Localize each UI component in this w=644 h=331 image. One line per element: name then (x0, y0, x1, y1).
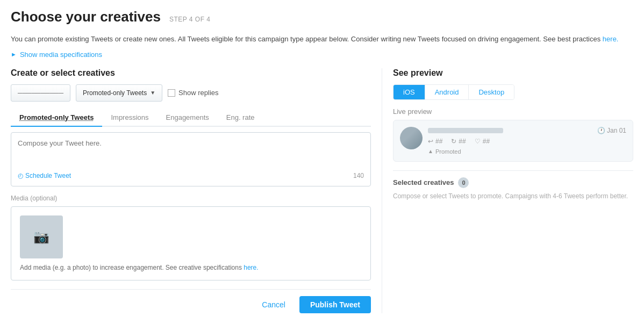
right-panel: See preview iOS Android Desktop Live pre… (382, 68, 633, 313)
tweet-like-action: ♡ ## (475, 138, 490, 145)
account-select-button[interactable]: ────────── (11, 84, 70, 102)
promoted-tag: ▲ Promoted (428, 148, 626, 155)
selected-creatives-row: Selected creatives 0 (393, 170, 633, 188)
heart-icon: ♡ (475, 138, 481, 145)
tab-eng-rate[interactable]: Eng. rate (218, 109, 263, 127)
tab-engagements[interactable]: Engagements (158, 109, 218, 127)
create-tweet-panel: ◴ Schedule Tweet 140 (11, 132, 371, 186)
chevron-right-icon: ► (11, 51, 17, 57)
tweet-header: 🕐 Jan 01 (428, 127, 626, 134)
tweet-username-bar (428, 128, 503, 133)
media-description: Add media (e.g. a photo) to increase eng… (20, 264, 362, 271)
left-panel: Create or select creatives ────────── Pr… (11, 68, 382, 313)
action-buttons-row: Cancel Publish Tweet (11, 289, 371, 313)
cancel-button[interactable]: Cancel (253, 296, 294, 313)
media-section: Media (optional) 📷 Add media (e.g. a pho… (11, 194, 371, 280)
preview-tab-ios[interactable]: iOS (393, 85, 425, 99)
page-title: Choose your creatives (11, 9, 161, 25)
tweet-compose-footer: ◴ Schedule Tweet 140 (18, 172, 364, 179)
show-replies-checkbox[interactable] (168, 89, 175, 97)
selected-count-badge: 0 (458, 177, 469, 188)
tweet-compose-textarea[interactable] (18, 139, 364, 166)
tweet-preview-card: 🕐 Jan 01 ↩ ## ↻ ## (393, 120, 633, 162)
step-indicator: STEP 4 OF 4 (169, 16, 211, 23)
retweet-icon: ↻ (451, 138, 456, 145)
best-practices-link[interactable]: here. (603, 35, 619, 43)
char-count: 140 (353, 172, 364, 179)
preview-tabs: iOS Android Desktop (393, 84, 514, 100)
page-wrapper: Choose your creatives STEP 4 OF 4 You ca… (0, 0, 644, 322)
promoted-tweets-dropdown[interactable]: Promoted-only Tweets ▼ (76, 84, 162, 102)
tweet-body: 🕐 Jan 01 ↩ ## ↻ ## (428, 127, 626, 155)
media-label: Media (optional) (11, 194, 371, 202)
tweet-reply-action: ↩ ## (428, 138, 442, 145)
tweet-retweet-action: ↻ ## (451, 138, 466, 145)
left-section-title: Create or select creatives (11, 68, 371, 78)
preview-title: See preview (393, 68, 633, 78)
main-columns: Create or select creatives ────────── Pr… (11, 68, 633, 313)
live-preview-label: Live preview (393, 107, 633, 116)
tab-promoted-tweets[interactable]: Promoted-only Tweets (11, 109, 102, 127)
avatar-image (400, 127, 423, 149)
preview-tab-android[interactable]: Android (425, 85, 469, 99)
clock-icon: ◴ (18, 172, 23, 179)
description-text: You can promote existing Tweets or creat… (11, 34, 633, 45)
media-placeholder[interactable]: 📷 (20, 215, 63, 258)
page-title-row: Choose your creatives STEP 4 OF 4 (11, 9, 633, 25)
selected-hint: Compose or select Tweets to promote. Cam… (393, 192, 633, 200)
tweet-avatar (400, 127, 423, 149)
selected-creatives-label: Selected creatives (393, 178, 454, 186)
show-replies-label[interactable]: Show replies (168, 89, 218, 97)
tabs-row: Promoted-only Tweets Impressions Engagem… (11, 109, 371, 127)
tweet-date: 🕐 Jan 01 (597, 127, 626, 134)
dropdown-arrow-icon: ▼ (150, 90, 155, 96)
clock-small-icon: 🕐 (597, 127, 605, 134)
promoted-icon: ▲ (428, 148, 433, 154)
creative-specs-link[interactable]: here. (244, 264, 258, 271)
tab-impressions[interactable]: Impressions (102, 109, 157, 127)
toolbar-row: ────────── Promoted-only Tweets ▼ Show r… (11, 84, 371, 102)
camera-icon: 📷 (33, 229, 49, 244)
schedule-tweet-link[interactable]: ◴ Schedule Tweet (18, 172, 71, 179)
reply-icon: ↩ (428, 138, 433, 145)
tweet-actions: ↩ ## ↻ ## ♡ ## (428, 138, 626, 145)
publish-tweet-button[interactable]: Publish Tweet (299, 296, 371, 313)
media-upload-box[interactable]: 📷 Add media (e.g. a photo) to increase e… (11, 206, 371, 280)
show-specs-link[interactable]: ► Show media specifications (11, 51, 633, 59)
preview-tab-desktop[interactable]: Desktop (469, 85, 514, 99)
